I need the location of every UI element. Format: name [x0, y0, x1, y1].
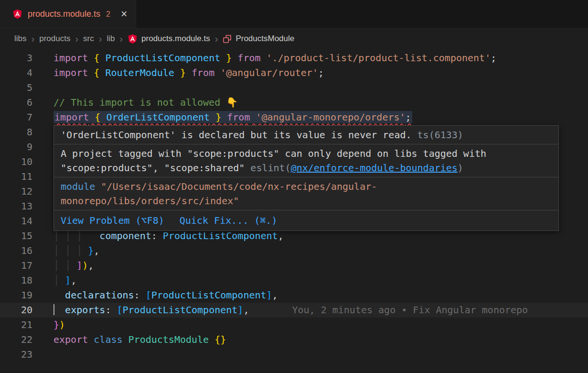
- breadcrumb-label: src: [83, 34, 94, 44]
- line-number: 5: [0, 80, 32, 95]
- breadcrumb-label: products.module.ts: [141, 34, 210, 44]
- line-number: 17: [0, 258, 32, 273]
- line-content: export class ProductsModule {}: [32, 332, 588, 347]
- tab-bar: products.module.ts 2 ×: [0, 0, 588, 29]
- code-line-6[interactable]: 6// This import is not allowed 👇: [0, 95, 588, 110]
- line-number: 16: [0, 243, 32, 258]
- tab-title: products.module.ts: [28, 9, 100, 19]
- chevron-right-icon: ›: [32, 34, 35, 44]
- breadcrumb-item-lib[interactable]: lib: [107, 34, 115, 44]
- eslint-rule-link[interactable]: @nx/enforce-module-boundaries: [291, 162, 458, 174]
- line-content: │ │ ]),: [32, 258, 588, 273]
- breadcrumb-item-productsmodule[interactable]: ProductsModule: [223, 34, 294, 44]
- line-number: 14: [0, 214, 32, 229]
- angular-icon: [12, 9, 23, 20]
- view-problem-action[interactable]: View Problem (⌥F8): [61, 215, 164, 226]
- line-number: 19: [0, 288, 32, 303]
- breadcrumb-label: products: [39, 34, 70, 44]
- close-icon[interactable]: ×: [121, 9, 127, 20]
- quick-fix-action[interactable]: Quick Fix... (⌘.): [180, 215, 278, 226]
- line-content: import { ProductListComponent } from './…: [32, 51, 588, 66]
- hover-section-code: module "/Users/isaac/Documents/code/nx-r…: [54, 177, 558, 210]
- line-number: 10: [0, 154, 32, 169]
- code-line-21[interactable]: 21}): [0, 318, 588, 332]
- code-line-19[interactable]: 19 declarations: [ProductListComponent],: [0, 288, 588, 303]
- editor[interactable]: 3import { ProductListComponent } from '.…: [0, 49, 588, 373]
- code-line-20[interactable]: 20 exports: [ProductListComponent],You, …: [0, 303, 588, 318]
- line-content: import { RouterModule } from '@angular/r…: [32, 66, 588, 80]
- error-highlight: import { OrderListComponent } from '@ang…: [53, 111, 412, 123]
- breadcrumb-item-products[interactable]: products: [39, 34, 70, 44]
- tab-products-module-ts[interactable]: products.module.ts 2 ×: [0, 0, 136, 28]
- line-number: 22: [0, 332, 32, 347]
- line-number: 20: [0, 303, 32, 318]
- line-number: 21: [0, 318, 32, 332]
- breadcrumb-label: libs: [14, 34, 27, 44]
- line-number: 7: [0, 110, 32, 125]
- breadcrumb: libs›products›src›lib›products.module.ts…: [0, 29, 588, 49]
- line-number: 12: [0, 184, 32, 199]
- hover-popup: 'OrderListComponent' is declared but its…: [53, 125, 559, 231]
- code-line-5[interactable]: 5: [0, 80, 588, 95]
- line-content: [32, 80, 588, 95]
- hover-section-message: 'OrderListComponent' is declared but its…: [54, 126, 558, 144]
- hover-section-actions: View Problem (⌥F8)Quick Fix... (⌘.): [54, 210, 558, 230]
- line-number: 3: [0, 51, 32, 66]
- code-line-22[interactable]: 22export class ProductsModule {}: [0, 332, 588, 347]
- breadcrumb-item-src[interactable]: src: [83, 34, 94, 44]
- breadcrumb-item-products-module-ts[interactable]: products.module.ts: [128, 34, 210, 44]
- line-number: 4: [0, 66, 32, 80]
- code-line-3[interactable]: 3import { ProductListComponent } from '.…: [0, 51, 588, 66]
- line-number: 6: [0, 95, 32, 110]
- code-line-17[interactable]: 17│ │ ]),: [0, 258, 588, 273]
- breadcrumb-label: lib: [107, 34, 115, 44]
- line-number: 18: [0, 273, 32, 288]
- code-line-4[interactable]: 4import { RouterModule } from '@angular/…: [0, 66, 588, 80]
- line-content: declarations: [ProductListComponent],: [32, 288, 588, 303]
- line-content: }): [32, 318, 588, 332]
- line-number: 8: [0, 125, 32, 140]
- line-content: import { OrderListComponent } from '@ang…: [32, 110, 588, 125]
- line-number: 13: [0, 199, 32, 214]
- angular-icon: [128, 34, 138, 44]
- code-line-23[interactable]: 23: [0, 347, 588, 362]
- hover-section-message: A project tagged with "scope:products" c…: [54, 144, 558, 177]
- code-line-18[interactable]: 18│ ],: [0, 273, 588, 288]
- git-blame-annotation: You, 2 minutes ago • Fix Angular monorep…: [292, 304, 528, 316]
- line-number: 11: [0, 169, 32, 184]
- code-line-16[interactable]: 16│ │ │ },: [0, 243, 588, 258]
- symbol-class-icon: [223, 34, 232, 44]
- line-number: 23: [0, 347, 32, 362]
- breadcrumb-item-libs[interactable]: libs: [14, 34, 27, 44]
- chevron-right-icon: ›: [119, 34, 123, 44]
- chevron-right-icon: ›: [215, 34, 218, 44]
- line-content: │ ],: [32, 273, 588, 288]
- line-content: // This import is not allowed 👇: [32, 95, 588, 110]
- line-content: [32, 347, 588, 362]
- code-line-7[interactable]: 7import { OrderListComponent } from '@an…: [0, 110, 588, 125]
- chevron-right-icon: ›: [75, 34, 78, 44]
- vscode-window: products.module.ts 2 × libs›products›src…: [0, 0, 588, 373]
- line-content: │ │ │ },: [32, 243, 588, 258]
- tab-problems-badge: 2: [106, 10, 110, 19]
- line-content: exports: [ProductListComponent],You, 2 m…: [32, 303, 588, 318]
- text-cursor: [53, 304, 54, 315]
- line-number: 15: [0, 229, 32, 243]
- chevron-right-icon: ›: [99, 34, 102, 44]
- breadcrumb-label: ProductsModule: [235, 34, 294, 44]
- line-number: 9: [0, 140, 32, 154]
